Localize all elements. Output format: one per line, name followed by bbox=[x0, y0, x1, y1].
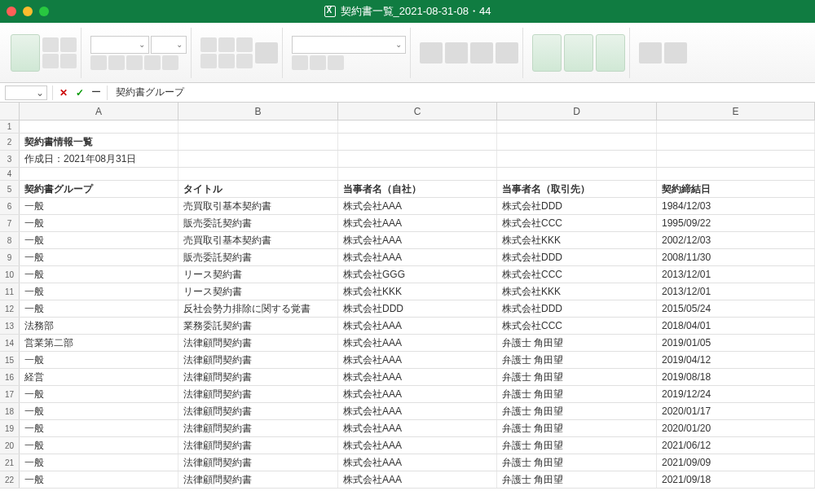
row-header[interactable]: 1 bbox=[0, 121, 20, 133]
cell-party-other[interactable]: 弁護士 角田望 bbox=[497, 369, 657, 385]
ribbon-btn[interactable] bbox=[255, 42, 278, 64]
ribbon-btn[interactable] bbox=[42, 54, 59, 68]
cell[interactable] bbox=[338, 168, 497, 180]
cell[interactable] bbox=[178, 134, 338, 150]
ribbon-btn[interactable] bbox=[236, 37, 253, 52]
cell-party-self[interactable]: 株式会社AAA bbox=[338, 335, 497, 351]
row-header[interactable]: 10 bbox=[0, 266, 20, 283]
cell[interactable] bbox=[657, 151, 815, 167]
cell-title[interactable]: リース契約書 bbox=[178, 283, 338, 300]
ribbon-btn[interactable] bbox=[470, 42, 493, 64]
cell[interactable] bbox=[178, 121, 338, 133]
cell-party-self[interactable]: 株式会社AAA bbox=[338, 232, 497, 248]
cell-group[interactable]: 一般 bbox=[20, 215, 178, 231]
cell-group[interactable]: 一般 bbox=[20, 266, 178, 283]
ribbon-btn[interactable] bbox=[328, 55, 344, 70]
select-all-corner[interactable] bbox=[0, 103, 20, 120]
cell-group[interactable]: 一般 bbox=[20, 437, 178, 454]
cell-party-other[interactable]: 株式会社KKK bbox=[497, 283, 657, 300]
cell[interactable] bbox=[178, 168, 338, 180]
cell-title[interactable]: 売買取引基本契約書 bbox=[178, 198, 338, 214]
cell-party-other[interactable]: 弁護士 角田望 bbox=[497, 437, 657, 454]
cell-title[interactable]: 反社会勢力排除に関する覚書 bbox=[178, 300, 338, 317]
cell-party-self[interactable]: 株式会社AAA bbox=[338, 215, 497, 231]
cell-party-self[interactable]: 株式会社AAA bbox=[338, 454, 497, 471]
cell[interactable] bbox=[497, 134, 657, 150]
cell-group[interactable]: 一般 bbox=[20, 232, 178, 248]
created-date[interactable]: 作成日：2021年08月31日 bbox=[20, 151, 178, 167]
cell-date[interactable]: 2002/12/03 bbox=[657, 232, 815, 248]
ribbon-btn[interactable] bbox=[236, 54, 253, 68]
ribbon-btn[interactable] bbox=[200, 54, 217, 68]
cell-party-other[interactable]: 弁護士 角田望 bbox=[497, 403, 657, 419]
header-date[interactable]: 契約締結日 bbox=[657, 181, 815, 197]
row-header[interactable]: 5 bbox=[0, 181, 20, 197]
cell-party-self[interactable]: 株式会社AAA bbox=[338, 249, 497, 265]
insert-button[interactable] bbox=[532, 34, 562, 72]
cell-group[interactable]: 営業第二部 bbox=[20, 335, 178, 351]
row-header[interactable]: 14 bbox=[0, 335, 20, 351]
cell-date[interactable]: 2021/09/09 bbox=[657, 454, 815, 471]
cell-party-other[interactable]: 弁護士 角田望 bbox=[497, 420, 657, 436]
cell-group[interactable]: 一般 bbox=[20, 300, 178, 317]
cell-group[interactable]: 経営 bbox=[20, 369, 178, 385]
cell-party-self[interactable]: 株式会社AAA bbox=[338, 420, 497, 436]
row-header[interactable]: 19 bbox=[0, 420, 20, 436]
ribbon-btn[interactable] bbox=[496, 42, 518, 64]
row-header[interactable]: 9 bbox=[0, 249, 20, 265]
cell-date[interactable]: 2019/12/24 bbox=[657, 386, 815, 402]
row-header[interactable]: 8 bbox=[0, 232, 20, 248]
ribbon-btn[interactable] bbox=[218, 37, 235, 52]
cell-party-self[interactable]: 株式会社AAA bbox=[338, 369, 497, 385]
name-box[interactable]: ⌄ bbox=[5, 85, 47, 100]
cell[interactable] bbox=[20, 121, 178, 133]
cell-title[interactable]: 法律顧問契約書 bbox=[178, 369, 338, 385]
cell-party-self[interactable]: 株式会社KKK bbox=[338, 283, 497, 300]
cell[interactable] bbox=[338, 121, 497, 133]
row-header[interactable]: 2 bbox=[0, 134, 20, 150]
cell[interactable] bbox=[497, 151, 657, 167]
cell-date[interactable]: 2019/04/12 bbox=[657, 352, 815, 368]
ribbon-btn[interactable] bbox=[90, 55, 107, 70]
row-header[interactable]: 12 bbox=[0, 300, 20, 317]
cell-party-other[interactable]: 株式会社CCC bbox=[497, 215, 657, 231]
ribbon-btn[interactable] bbox=[60, 37, 77, 52]
ribbon-btn[interactable] bbox=[60, 54, 77, 68]
cell-title[interactable]: 法律顧問契約書 bbox=[178, 420, 338, 436]
cell-date[interactable]: 2015/05/24 bbox=[657, 300, 815, 317]
cell-party-other[interactable]: 弁護士 角田望 bbox=[497, 335, 657, 351]
cell-party-other[interactable]: 株式会社CCC bbox=[497, 318, 657, 334]
ribbon-btn[interactable] bbox=[144, 55, 161, 70]
cell[interactable] bbox=[338, 151, 497, 167]
cell-party-other[interactable]: 株式会社DDD bbox=[497, 249, 657, 265]
header-group[interactable]: 契約書グループ bbox=[20, 181, 178, 197]
cell-title[interactable]: 法律顧問契約書 bbox=[178, 471, 338, 488]
cell-party-other[interactable]: 株式会社DDD bbox=[497, 300, 657, 317]
cell-group[interactable]: 法務部 bbox=[20, 318, 178, 334]
cell[interactable] bbox=[20, 168, 178, 180]
cell-party-self[interactable]: 株式会社AAA bbox=[338, 386, 497, 402]
ribbon-btn[interactable] bbox=[218, 54, 235, 68]
cell-title[interactable]: リース契約書 bbox=[178, 266, 338, 283]
cell-date[interactable]: 1984/12/03 bbox=[657, 198, 815, 214]
cell[interactable] bbox=[657, 168, 815, 180]
cell-title[interactable]: 法律顧問契約書 bbox=[178, 352, 338, 368]
paste-button[interactable] bbox=[11, 34, 40, 72]
cell-party-other[interactable]: 弁護士 角田望 bbox=[497, 386, 657, 402]
ribbon-btn[interactable] bbox=[639, 42, 662, 64]
cell[interactable] bbox=[497, 121, 657, 133]
ribbon-btn[interactable] bbox=[310, 55, 326, 70]
cell-group[interactable]: 一般 bbox=[20, 352, 178, 368]
cell-group[interactable]: 一般 bbox=[20, 403, 178, 419]
cell-title[interactable]: 法律顧問契約書 bbox=[178, 335, 338, 351]
cell-date[interactable]: 2020/01/17 bbox=[657, 403, 815, 419]
cell-title[interactable]: 法律顧問契約書 bbox=[178, 454, 338, 471]
minimize-button[interactable] bbox=[23, 7, 33, 16]
cell-group[interactable]: 一般 bbox=[20, 454, 178, 471]
cell-date[interactable]: 2020/01/20 bbox=[657, 420, 815, 436]
number-format-select[interactable]: ⌄ bbox=[292, 36, 406, 54]
header-party-self[interactable]: 当事者名（自社） bbox=[338, 181, 497, 197]
cell-title[interactable]: 販売委託契約書 bbox=[178, 249, 338, 265]
ribbon-btn[interactable] bbox=[108, 55, 125, 70]
delete-button[interactable] bbox=[564, 34, 593, 72]
